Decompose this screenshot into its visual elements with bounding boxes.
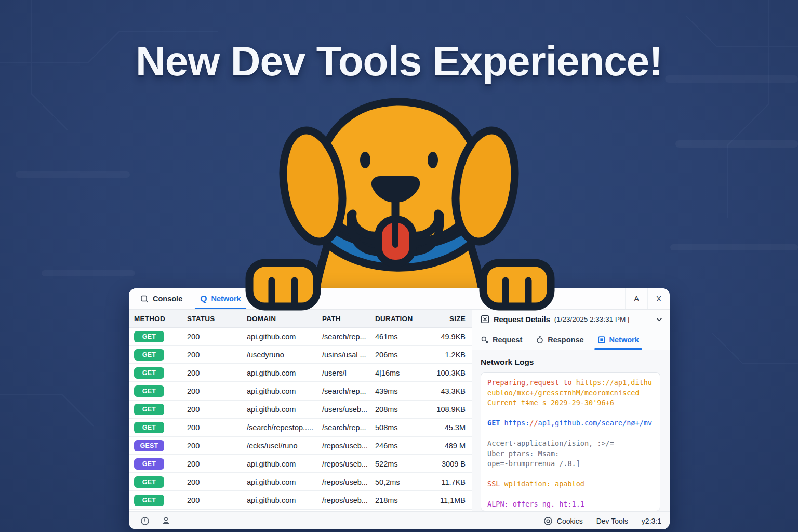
status-cell: 200 [182,400,242,418]
domain-cell: api.github.com [242,455,317,473]
duration-cell: 218ms [370,491,431,509]
tab-network-details[interactable]: Network [597,329,639,350]
log-line: ALPN: offers ng. ht:1.1 [487,499,654,510]
size-cell: 3009 B [431,455,472,473]
col-size[interactable]: SIZE [431,310,472,328]
size-cell: 489 M [431,436,472,455]
log-line: SSL wplidation: apablod [487,479,654,489]
path-cell: /search/rep... [317,382,370,400]
close-button[interactable]: X [647,288,670,309]
tabbar-spacer [247,288,625,309]
size-cell: 108.9KB [431,400,472,418]
request-details-header: Request Details (1/23/2025 2:33:31 PM | [472,310,670,329]
table-row[interactable]: GET200api.github.com/repos/useb...218ms1… [129,491,472,509]
log-line [487,408,654,419]
method-badge: GET [134,422,164,433]
col-path[interactable]: PATH [317,310,370,328]
dog-tongue [378,219,413,263]
size-cell: 11,1MB [431,491,472,509]
console-icon [140,295,149,303]
method-badge: GET [134,385,164,397]
col-duration[interactable]: DURATION [370,310,431,328]
cookies-label: Cookics [557,517,583,525]
tab-network[interactable]: Q Network [194,288,247,309]
tab-response[interactable]: Response [536,329,583,350]
dog-left-ear [276,126,350,246]
method-badge: GET [134,349,164,361]
tab-request[interactable]: Request [481,329,522,350]
request-timestamp: (1/23/2025 2:33:31 PM | [554,315,651,323]
log-line: Accert·application/ision, :>/= [487,438,654,449]
duration-cell: 50,2ms [370,473,431,491]
log-line: Current tɨme s 2029-29-30'96+6 [487,398,654,408]
method-cell: GET [129,418,182,436]
path-cell: /search/rep... [317,418,370,436]
tab-console-label: Console [153,295,182,303]
path-cell: /repos/useb... [317,455,370,473]
domain-cell: /usedyruno [242,345,317,364]
method-cell: GEST [129,436,182,455]
network-logs-title: Network Logs [481,357,660,367]
method-cell: GET [129,328,182,346]
status-cell: 200 [182,491,242,509]
method-cell: GET [129,364,182,382]
devtools-label: Dev Tools [596,517,628,525]
magnifier-icon [481,336,489,344]
table-row[interactable]: GET200api.github.com/repos/useb...50,2ms… [129,473,472,491]
path-cell: /usins/usal ... [317,345,370,364]
request-details-title: Request Details [494,315,550,324]
cookies-status[interactable]: Cookics [543,516,583,526]
duration-cell: 4|16ms [370,364,431,382]
log-line: Uber ptars: Msam: [487,449,654,459]
info-icon[interactable] [140,516,150,526]
table-row[interactable]: GEST200/ecks/usel/runo/repos/useb...246m… [129,436,472,455]
duration-cell: 246ms [370,436,431,455]
duration-cell: 208ms [370,400,431,418]
table-row[interactable]: GET200api.github.com/users/l4|16ms100.3K… [129,364,472,382]
table-row[interactable]: GET200api.github.com/search/rep...439ms4… [129,382,472,400]
table-row[interactable]: GET200api.github.com/search/rep...461ms4… [129,328,472,346]
table-row[interactable]: GET200api.github.com/repos/useb...522ms3… [129,455,472,473]
duration-cell: 461ms [370,328,431,346]
network-logs-section: Network Logs Preparing,request to hittps… [472,350,670,511]
path-cell: /users/l [317,364,370,382]
version-label: y2:3:1 [642,517,661,525]
col-status[interactable]: STATUS [182,310,242,328]
dog-mascot-illustration [239,89,559,312]
status-cell: 200 [182,382,242,400]
size-cell: 45.3M [431,418,472,436]
tab-console[interactable]: Console [134,288,189,309]
table-row[interactable]: GET200/search/repestop...../search/rep..… [129,418,472,436]
domain-cell: api.github.com [242,364,317,382]
log-line: GET https://ap1,github.com/seare/nø+/mv [487,418,654,429]
table-header-row: METHOD STATUS DOMAIN PATH DURATION SIZE [129,310,472,328]
version-status: y2:3:1 [642,517,661,525]
method-cell: GET [129,400,182,418]
duration-cell: 508ms [370,418,431,436]
minimize-button[interactable]: A [625,288,647,309]
network-request-table: METHOD STATUS DOMAIN PATH DURATION SIZE … [129,310,472,511]
devtools-tabbar: Console Q Network A X [129,288,670,310]
status-bar: Cookics Dev Tools y2:3:1 [129,511,670,529]
user-icon[interactable] [161,516,171,526]
log-line [487,489,654,500]
log-line [487,469,654,480]
network-log-box[interactable]: Preparing,request to hittps://ap1,dithue… [481,372,660,511]
table-row[interactable]: GET200/usedyruno/usins/usal ...206ms1.2K… [129,345,472,364]
log-line: urproro ordiht: otort m. 2.1' [487,510,654,511]
table-row[interactable]: GET200api.github.com/users/useb...208ms1… [129,400,472,418]
devtools-status[interactable]: Dev Tools [596,517,628,525]
status-cell: 200 [182,328,242,346]
log-line [487,429,654,439]
devtools-panel: Console Q Network A X METHOD STATUS DOMA… [129,288,670,529]
path-cell: /repos/useb... [317,473,370,491]
method-badge: GET [134,404,164,415]
domain-cell: api.github.com [242,473,317,491]
col-method[interactable]: METHOD [129,310,182,328]
tab-network-label: Network [211,295,241,303]
method-badge: GET [134,495,164,506]
col-domain[interactable]: DOMAIN [242,310,317,328]
log-line: ope=-brumprrenua /.8.] [487,459,654,469]
chevron-down-icon[interactable] [655,315,663,324]
path-cell: /users/useb... [317,400,370,418]
